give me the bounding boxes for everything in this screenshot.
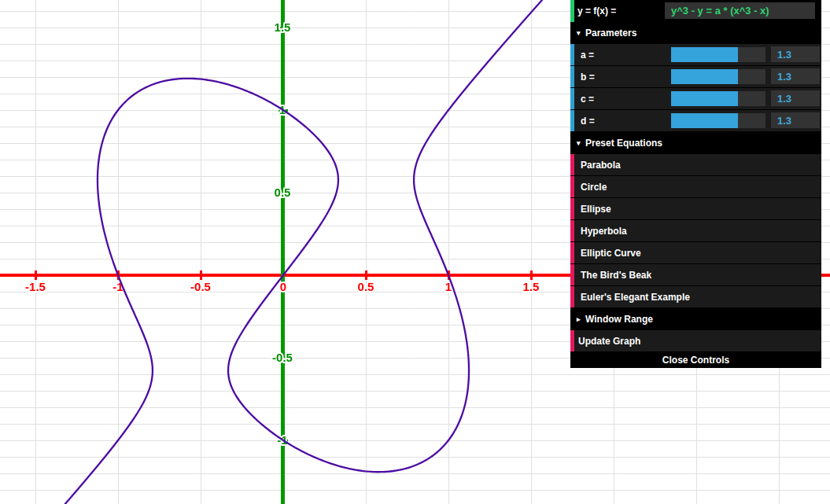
- parameter-c-slider[interactable]: [671, 91, 765, 106]
- parameters-header[interactable]: ▾ Parameters: [570, 22, 821, 44]
- parameter-c-label: c =: [581, 94, 594, 105]
- parameter-row-c: c =: [570, 88, 821, 110]
- parameter-accent-bar: [570, 66, 574, 87]
- parameter-a-slider[interactable]: [671, 47, 765, 62]
- window-range-header-label: Window Range: [585, 314, 653, 325]
- caret-right-icon: ▸: [577, 315, 581, 323]
- preset-accent-bar: [570, 286, 574, 307]
- parameter-row-d: d =: [570, 110, 821, 132]
- close-controls-label: Close Controls: [662, 355, 729, 366]
- parameter-accent-bar: [570, 110, 574, 131]
- preset-ellipse[interactable]: Ellipse: [570, 198, 821, 220]
- preset-hyperbola[interactable]: Hyperbola: [570, 220, 821, 242]
- parameter-row-b: b =: [570, 66, 821, 88]
- caret-down-icon: ▾: [577, 29, 581, 37]
- preset-label: Ellipse: [581, 204, 611, 215]
- preset-accent-bar: [570, 220, 574, 241]
- preset-label: Circle: [581, 182, 607, 193]
- preset-accent-bar: [570, 264, 574, 285]
- preset-accent-bar: [570, 198, 574, 219]
- equation-label: y = f(x) =: [577, 6, 616, 17]
- preset-equations-header[interactable]: ▾ Preset Equations: [570, 132, 821, 154]
- window-range-header[interactable]: ▸ Window Range: [570, 308, 821, 330]
- slider-fill: [671, 91, 738, 106]
- implicit-grapher-app: y = f(x) = ▾ Parameters a = b = c =: [0, 0, 830, 504]
- parameter-d-value[interactable]: [771, 112, 820, 128]
- preset-the-birds-beak[interactable]: The Bird's Beak: [570, 264, 821, 286]
- close-controls-button[interactable]: Close Controls: [570, 352, 821, 368]
- parameter-d-slider[interactable]: [671, 113, 765, 128]
- preset-accent-bar: [570, 154, 574, 175]
- equation-accent-bar: [570, 0, 574, 22]
- preset-equations-header-label: Preset Equations: [585, 138, 662, 149]
- parameter-a-label: a =: [581, 50, 594, 61]
- controls-panel: y = f(x) = ▾ Parameters a = b = c =: [570, 0, 821, 368]
- equation-input[interactable]: [665, 2, 815, 19]
- preset-accent-bar: [570, 242, 574, 263]
- parameter-b-label: b =: [581, 72, 595, 83]
- slider-fill: [671, 47, 738, 62]
- preset-label: Euler's Elegant Example: [581, 292, 690, 303]
- parameter-b-slider[interactable]: [671, 69, 765, 84]
- preset-accent-bar: [570, 176, 574, 197]
- parameter-row-a: a =: [570, 44, 821, 66]
- parameters-header-label: Parameters: [585, 28, 636, 39]
- preset-label: Parabola: [581, 160, 621, 171]
- update-graph-accent-bar: [570, 330, 574, 351]
- preset-elliptic-curve[interactable]: Elliptic Curve: [570, 242, 821, 264]
- update-graph-label: Update Graph: [578, 336, 640, 347]
- preset-label: Elliptic Curve: [581, 248, 641, 259]
- parameter-b-value[interactable]: [771, 68, 820, 84]
- parameter-c-value[interactable]: [771, 90, 820, 106]
- preset-label: The Bird's Beak: [581, 270, 651, 281]
- parameter-a-value[interactable]: [771, 46, 820, 62]
- slider-fill: [671, 69, 738, 84]
- preset-label: Hyperbola: [581, 226, 627, 237]
- parameter-accent-bar: [570, 44, 574, 65]
- update-graph-button[interactable]: Update Graph: [570, 330, 821, 352]
- preset-eulers-elegant-example[interactable]: Euler's Elegant Example: [570, 286, 821, 308]
- parameter-accent-bar: [570, 88, 574, 109]
- preset-parabola[interactable]: Parabola: [570, 154, 821, 176]
- equation-row: y = f(x) =: [570, 0, 821, 22]
- parameter-d-label: d =: [581, 116, 595, 127]
- slider-fill: [671, 113, 738, 128]
- caret-down-icon: ▾: [577, 139, 581, 147]
- preset-circle[interactable]: Circle: [570, 176, 821, 198]
